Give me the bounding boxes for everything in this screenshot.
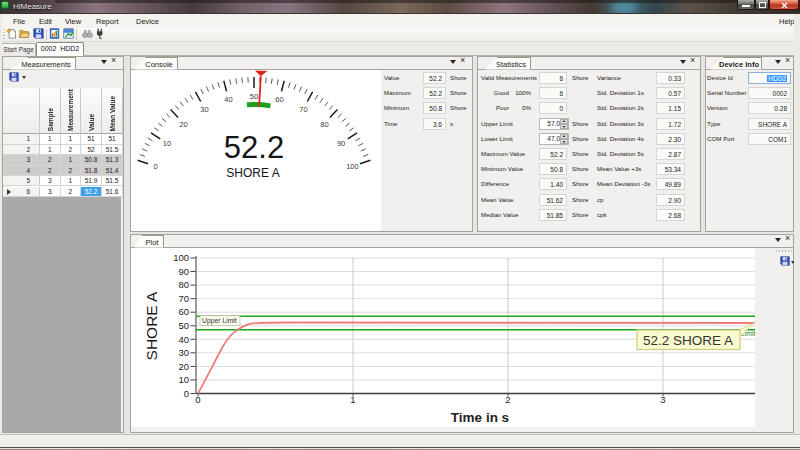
svg-text:50: 50 bbox=[250, 92, 258, 101]
svg-text:SHORE A: SHORE A bbox=[226, 166, 279, 180]
svg-text:3: 3 bbox=[660, 394, 665, 405]
svg-text:Upper Limit: Upper Limit bbox=[202, 317, 237, 325]
svg-text:60: 60 bbox=[275, 95, 283, 104]
svg-text:10: 10 bbox=[178, 374, 189, 385]
svg-text:20: 20 bbox=[179, 120, 187, 129]
svg-text:80: 80 bbox=[178, 279, 189, 290]
svg-text:52.2 SHORE A: 52.2 SHORE A bbox=[643, 333, 733, 348]
svg-text:20: 20 bbox=[178, 361, 189, 372]
svg-text:SHORE A: SHORE A bbox=[143, 291, 160, 361]
svg-text:50: 50 bbox=[178, 320, 189, 331]
svg-text:10: 10 bbox=[163, 139, 171, 148]
svg-text:100: 100 bbox=[173, 252, 189, 263]
svg-text:52.2: 52.2 bbox=[224, 130, 284, 165]
svg-text:30: 30 bbox=[200, 105, 208, 114]
svg-text:70: 70 bbox=[299, 105, 307, 114]
svg-text:30: 30 bbox=[178, 347, 189, 358]
svg-text:90: 90 bbox=[337, 139, 345, 148]
svg-text:90: 90 bbox=[178, 266, 189, 277]
svg-text:60: 60 bbox=[178, 306, 189, 317]
svg-text:Time in s: Time in s bbox=[451, 410, 509, 425]
svg-text:70: 70 bbox=[178, 293, 189, 304]
svg-text:100: 100 bbox=[346, 162, 359, 171]
svg-text:0: 0 bbox=[184, 388, 189, 399]
svg-text:1: 1 bbox=[350, 394, 355, 405]
svg-text:2: 2 bbox=[505, 394, 510, 405]
svg-text:80: 80 bbox=[320, 120, 328, 129]
svg-text:40: 40 bbox=[178, 334, 189, 345]
svg-text:0: 0 bbox=[154, 162, 158, 171]
svg-text:40: 40 bbox=[224, 95, 232, 104]
svg-text:0: 0 bbox=[195, 394, 200, 405]
